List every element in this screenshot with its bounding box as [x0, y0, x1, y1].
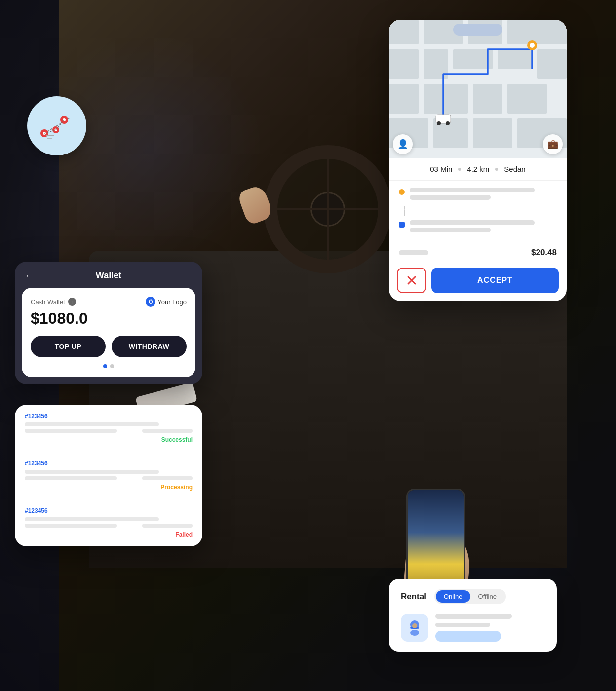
- price-row: $20.48: [389, 246, 567, 263]
- tx-amount-2: [142, 476, 192, 480]
- tx-line-2b: [25, 476, 117, 480]
- briefcase-icon: 💼: [543, 134, 563, 154]
- svg-point-31: [530, 43, 535, 48]
- pickup-route-item: [399, 188, 557, 202]
- svg-rect-14: [389, 49, 419, 79]
- reject-button[interactable]: [397, 268, 426, 293]
- top-up-button[interactable]: TOP UP: [31, 336, 106, 357]
- connector: [401, 206, 557, 216]
- svg-rect-19: [389, 84, 419, 114]
- driver-badge: [435, 631, 501, 642]
- driver-info: [435, 614, 545, 642]
- driver-name-placeholder: [435, 614, 512, 619]
- svg-rect-22: [507, 84, 547, 114]
- rental-card: Rental Online Offline: [389, 579, 557, 652]
- dot-inactive: [110, 364, 114, 368]
- trip-type: Sedan: [504, 165, 525, 173]
- online-option[interactable]: Online: [436, 590, 470, 603]
- wallet-title: Wallet: [96, 270, 121, 281]
- person-icon: 👤: [393, 134, 413, 154]
- online-offline-toggle: Online Offline: [434, 589, 506, 604]
- driver-sub-placeholder: [435, 623, 490, 627]
- map-area: 👤 💼: [389, 20, 567, 158]
- tx-status-2: Processing: [160, 484, 192, 491]
- svg-rect-25: [473, 118, 512, 148]
- dropoff-address-line1: [410, 220, 535, 225]
- svg-rect-21: [473, 84, 502, 114]
- steering-wheel: [264, 145, 392, 273]
- tx-line-2a: [25, 470, 159, 474]
- pickup-address-line2: [410, 195, 491, 200]
- transaction-item-2: #123456 Processing: [25, 452, 192, 499]
- tx-status-row-3: Failed: [25, 530, 192, 538]
- svg-rect-32: [453, 24, 502, 36]
- pickup-dot: [399, 189, 405, 195]
- pickup-text: [410, 188, 557, 202]
- dropoff-text: [410, 220, 557, 235]
- svg-rect-16: [453, 49, 493, 69]
- wallet-body: Cash Wallet i Ô Your Logo $1080.0 TOP UP…: [22, 288, 195, 377]
- offline-option[interactable]: Offline: [470, 590, 504, 603]
- transaction-item-3: #123456 Failed: [25, 499, 192, 546]
- svg-point-38: [410, 630, 419, 636]
- accept-button[interactable]: ACCEPT: [431, 268, 559, 293]
- wallet-card: ← Wallet Cash Wallet i Ô Your Logo $1080…: [15, 262, 202, 384]
- logo-badge: Ô Your Logo: [146, 297, 187, 307]
- trip-distance: 4.2 km: [467, 165, 489, 173]
- tx-amount-1: [142, 429, 192, 433]
- driver-avatar: [401, 614, 428, 642]
- dropoff-dot: [399, 222, 405, 228]
- rental-header: Rental Online Offline: [401, 589, 545, 604]
- tx-amount-3: [142, 524, 192, 528]
- transaction-item-1: #123456 Successful: [25, 405, 192, 452]
- tx-line-3a: [25, 517, 159, 521]
- map-svg: [389, 20, 567, 158]
- svg-rect-13: [507, 20, 567, 44]
- tx-id-1: #123456: [25, 413, 192, 420]
- cash-wallet-label: Cash Wallet: [31, 298, 65, 306]
- driver-icon: [406, 619, 424, 637]
- tx-line-1b: [25, 429, 117, 433]
- svg-point-28: [437, 121, 441, 125]
- trip-stats-bar: 03 Min 4.2 km Sedan: [389, 158, 567, 181]
- svg-rect-17: [498, 49, 532, 69]
- logo-text: Your Logo: [157, 298, 187, 306]
- svg-rect-10: [389, 20, 419, 44]
- spoke-v: [327, 159, 329, 260]
- tx-line-1a: [25, 422, 159, 426]
- back-button[interactable]: ←: [25, 270, 35, 281]
- tx-status-3: Failed: [175, 531, 192, 538]
- transaction-list: #123456 Successful #123456 Processing #1…: [15, 405, 202, 546]
- rental-label: Rental: [401, 592, 426, 602]
- x-icon: [406, 275, 417, 286]
- wallet-amount: $1080.0: [31, 309, 187, 328]
- wallet-header: ← Wallet: [15, 262, 202, 288]
- tx-status-row-1: Successful: [25, 435, 192, 444]
- tx-line-3b: [25, 524, 117, 528]
- tx-status-row-2: Processing: [25, 482, 192, 491]
- info-icon[interactable]: i: [68, 298, 76, 306]
- dot-2: [495, 168, 498, 171]
- dot-1: [458, 168, 461, 171]
- withdraw-button[interactable]: WITHDRAW: [112, 336, 187, 357]
- tx-id-3: #123456: [25, 507, 192, 514]
- tx-bottom-2: [25, 476, 192, 480]
- route-section: [389, 181, 567, 246]
- action-buttons: ACCEPT: [389, 263, 567, 301]
- driver-row: [401, 614, 545, 642]
- map-card: 👤 💼 03 Min 4.2 km Sedan: [389, 20, 567, 301]
- cash-wallet-row: Cash Wallet i Ô Your Logo: [31, 297, 187, 307]
- pickup-address-line1: [410, 188, 535, 192]
- svg-rect-18: [537, 49, 567, 79]
- location-badge: [27, 96, 86, 155]
- svg-point-29: [446, 121, 450, 125]
- brand-logo-icon: Ô: [146, 297, 155, 307]
- tx-status-1: Successful: [161, 436, 192, 443]
- trip-price: $20.48: [531, 248, 557, 258]
- route-connector-line: [404, 206, 405, 216]
- tx-bottom-1: [25, 429, 192, 433]
- tx-bottom-3: [25, 524, 192, 528]
- route-icon: [37, 111, 77, 141]
- svg-point-37: [412, 623, 417, 628]
- dropoff-address-line2: [410, 228, 491, 232]
